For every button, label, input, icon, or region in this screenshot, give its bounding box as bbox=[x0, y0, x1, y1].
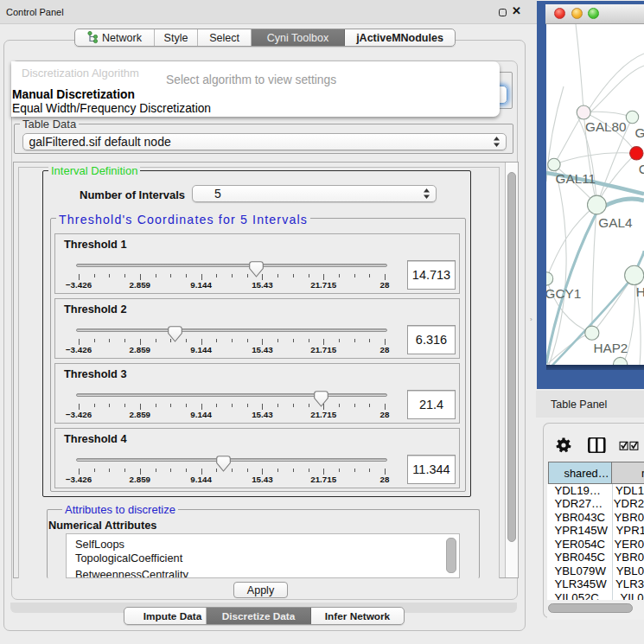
svg-text:C: C bbox=[639, 162, 644, 176]
svg-text:GAL11: GAL11 bbox=[556, 171, 596, 186]
svg-text:GCY1: GCY1 bbox=[546, 286, 581, 301]
svg-text:GAL80: GAL80 bbox=[585, 119, 627, 134]
svg-text:HAP2: HAP2 bbox=[593, 341, 628, 355]
svg-text:GA: GA bbox=[634, 125, 644, 140]
svg-text:GAL4: GAL4 bbox=[598, 215, 633, 230]
svg-text:H: H bbox=[636, 284, 644, 299]
